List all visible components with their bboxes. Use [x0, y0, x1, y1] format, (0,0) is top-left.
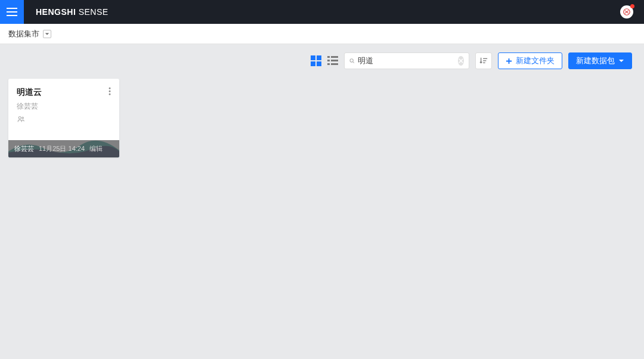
- svg-rect-1: [7, 11, 17, 13]
- svg-point-14: [350, 59, 353, 62]
- breadcrumb-bar: 数据集市: [0, 24, 644, 44]
- svg-rect-11: [331, 60, 338, 61]
- search-icon: [349, 57, 354, 65]
- hamburger-icon: [7, 8, 17, 16]
- clear-search-button[interactable]: [458, 56, 464, 66]
- new-folder-label: 新建文件夹: [516, 55, 555, 66]
- svg-point-21: [109, 91, 111, 92]
- svg-point-19: [22, 117, 24, 119]
- svg-rect-6: [311, 61, 315, 66]
- card-footer: 徐芸芸 11月25日 14:24 编辑: [8, 140, 119, 157]
- svg-rect-15: [483, 58, 487, 59]
- package-card[interactable]: 明道云 徐芸芸 徐芸芸 11月25日 14:24 编辑: [8, 79, 119, 157]
- dots-vertical-icon: [109, 87, 111, 95]
- card-body: 明道云 徐芸芸: [8, 79, 119, 140]
- svg-rect-17: [483, 63, 485, 63]
- svg-rect-2: [7, 15, 17, 16]
- share-indicator: [17, 115, 25, 123]
- menu-toggle-button[interactable]: [0, 0, 24, 24]
- svg-rect-10: [327, 60, 330, 61]
- card-footer-user: 徐芸芸: [14, 144, 34, 153]
- new-folder-button[interactable]: 新建文件夹: [498, 52, 562, 69]
- card-owner: 徐芸芸: [17, 101, 111, 112]
- search-box[interactable]: [344, 52, 469, 69]
- brand-bold: HENGSHI: [36, 7, 76, 17]
- top-bar: HENGSHI SENSE: [0, 0, 644, 24]
- card-footer-action: 编辑: [89, 144, 103, 153]
- svg-rect-13: [331, 63, 338, 65]
- user-avatar[interactable]: [620, 5, 633, 18]
- new-package-button[interactable]: 新建数据包: [568, 52, 632, 69]
- svg-rect-0: [7, 8, 17, 9]
- list-view-button[interactable]: [327, 55, 338, 66]
- card-title: 明道云: [17, 87, 111, 98]
- svg-rect-16: [483, 60, 486, 61]
- svg-point-20: [109, 88, 111, 89]
- close-icon: [459, 58, 463, 63]
- brand-title: HENGSHI SENSE: [36, 7, 109, 17]
- content-area: 明道云 徐芸芸 徐芸芸 11月25日 14:24 编辑: [0, 69, 644, 167]
- brand-light: SENSE: [79, 7, 109, 17]
- breadcrumb-label: 数据集市: [8, 29, 39, 39]
- svg-point-18: [18, 116, 21, 119]
- chevron-down-icon: [618, 58, 624, 64]
- avatar-icon: [623, 8, 631, 16]
- sort-icon: [479, 57, 488, 65]
- grid-view-button[interactable]: [311, 55, 321, 66]
- search-input[interactable]: [358, 57, 458, 66]
- toolbar: 新建文件夹 新建数据包: [0, 44, 644, 69]
- svg-rect-12: [327, 63, 330, 65]
- svg-rect-5: [317, 55, 321, 60]
- svg-rect-8: [327, 56, 330, 58]
- chevron-down-icon: [45, 32, 49, 36]
- new-package-label: 新建数据包: [576, 55, 615, 66]
- svg-rect-4: [311, 55, 315, 60]
- people-icon: [17, 115, 25, 123]
- card-footer-date: 11月25日 14:24: [39, 144, 85, 153]
- view-switch: [311, 55, 338, 66]
- svg-rect-7: [317, 61, 321, 66]
- svg-rect-9: [331, 56, 338, 58]
- breadcrumb-dropdown[interactable]: [43, 30, 51, 38]
- grid-icon: [311, 55, 321, 66]
- card-menu-button[interactable]: [106, 85, 113, 100]
- plus-icon: [506, 58, 512, 64]
- svg-point-22: [109, 94, 111, 95]
- list-icon: [327, 55, 338, 66]
- sort-button[interactable]: [475, 52, 492, 69]
